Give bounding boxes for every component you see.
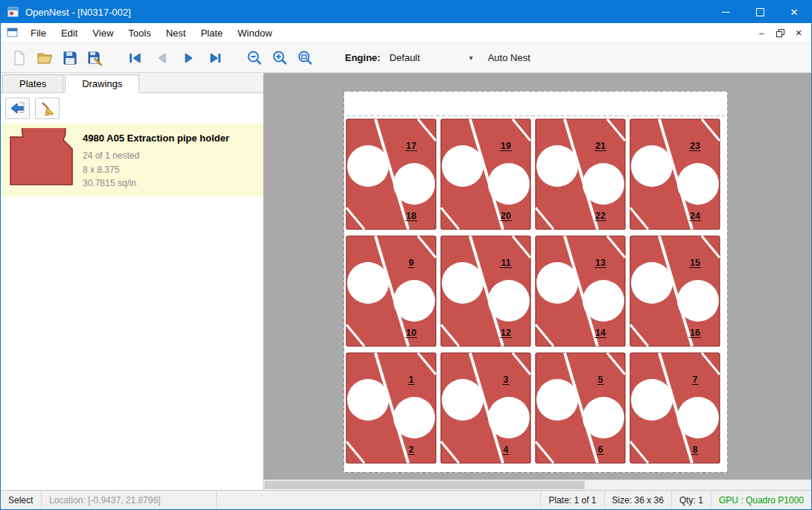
part-shape-icon [7, 128, 75, 189]
save-icon [61, 49, 79, 67]
status-size: Size: 36 x 36 [604, 491, 671, 509]
tab-plates[interactable]: Plates [2, 74, 63, 92]
mdi-restore-icon[interactable] [772, 26, 788, 39]
menu-item-plate[interactable]: Plate [193, 25, 230, 42]
drawing-list-item[interactable]: 4980 A05 Extraction pipe holder 24 of 1 … [1, 124, 263, 197]
status-gpu: GPU : Quadro P1000 [711, 491, 811, 509]
minimize-button[interactable] [708, 1, 743, 23]
part-number: 9 [409, 258, 414, 268]
part-number: 18 [406, 211, 416, 221]
menu-bar: FileEditViewToolsNestPlateWindow – ✕ [1, 23, 811, 42]
save-button[interactable] [57, 46, 83, 70]
nav-last-button[interactable] [202, 46, 229, 70]
part-pair-15-16[interactable]: 1516 [630, 236, 720, 346]
part-number: 21 [595, 141, 606, 151]
app-window: OpenNest - [N0317-002] ✕ FileEditViewToo… [0, 0, 812, 510]
part-pair-1-2[interactable]: 12 [346, 353, 436, 463]
return-part-button[interactable] [5, 98, 30, 119]
mdi-close-icon[interactable]: ✕ [790, 26, 807, 39]
part-pair-21-22[interactable]: 2122 [536, 119, 625, 229]
menu-item-window[interactable]: Window [230, 25, 279, 42]
part-pair-23-24[interactable]: 2324 [630, 119, 720, 229]
mdi-window-controls: – ✕ [753, 26, 811, 39]
menu-item-file[interactable]: File [23, 25, 54, 42]
sidebar-tabs: Plates Drawings [1, 73, 263, 93]
part-pair-19-20[interactable]: 1920 [441, 119, 530, 229]
nav-next-button[interactable] [175, 46, 202, 70]
part-pair-11-12[interactable]: 1112 [441, 236, 530, 346]
first-plate-icon [127, 50, 143, 66]
part-area: 30.7815 sq/in [83, 176, 229, 191]
chevron-down-icon: ▾ [469, 54, 473, 62]
part-number: 20 [501, 211, 511, 221]
zoom-fit-button[interactable] [293, 46, 318, 70]
part-thumbnail [7, 128, 75, 192]
mdi-minimize-icon[interactable]: – [753, 26, 770, 39]
part-number: 10 [406, 328, 416, 338]
part-number: 22 [595, 211, 606, 221]
part-pair-9-10[interactable]: 910 [346, 236, 436, 346]
status-mode: Select [1, 491, 42, 509]
title-bar: OpenNest - [N0317-002] ✕ [1, 1, 811, 23]
mdi-child-icon[interactable] [7, 28, 19, 38]
status-bar: Select Location: [-0.9437, 21.8796] Plat… [1, 490, 811, 509]
sidebar-toolbar [1, 93, 263, 124]
next-plate-icon [180, 50, 197, 66]
part-number: 1 [409, 374, 414, 385]
new-file-icon [10, 49, 28, 67]
status-location: Location: [-0.9437, 21.8796] [42, 491, 217, 509]
part-number: 14 [595, 328, 606, 338]
part-number: 8 [693, 444, 698, 455]
open-folder-icon [36, 49, 54, 67]
save-edit-icon [86, 49, 104, 67]
part-nested-count: 24 of 1 nested [83, 149, 229, 163]
part-pair-13-14[interactable]: 1314 [536, 236, 625, 346]
zoom-in-button[interactable] [267, 46, 293, 70]
nav-prev-button[interactable] [148, 46, 175, 70]
menu-items: FileEditViewToolsNestPlateWindow [23, 25, 279, 42]
part-number: 17 [406, 141, 416, 151]
auto-nest-button[interactable]: Auto Nest [488, 52, 530, 63]
zoom-fit-icon [296, 49, 314, 67]
part-number: 24 [690, 211, 700, 221]
plate-sheet[interactable]: 171819202122232491011121314151612345678 [343, 91, 728, 473]
tab-drawings[interactable]: Drawings [65, 74, 139, 92]
sidebar: Plates Drawings [1, 73, 264, 490]
previous-plate-icon [153, 50, 170, 66]
maximize-button[interactable] [743, 1, 777, 23]
scrollbar-thumb[interactable] [264, 481, 585, 489]
close-button[interactable]: ✕ [777, 1, 811, 23]
horizontal-scrollbar[interactable] [264, 479, 811, 490]
part-pair-7-8[interactable]: 78 [630, 353, 720, 463]
part-number: 6 [598, 444, 603, 455]
window-title: OpenNest - [N0317-002] [25, 7, 131, 18]
zoom-out-button[interactable] [242, 46, 267, 70]
new-button[interactable] [7, 46, 32, 70]
nest-canvas[interactable]: 171819202122232491011121314151612345678 [264, 73, 811, 490]
part-number: 19 [501, 141, 511, 151]
part-number: 16 [690, 328, 700, 338]
nav-first-button[interactable] [121, 46, 148, 70]
engine-select[interactable]: Default ▾ [385, 50, 478, 66]
part-number: 11 [501, 258, 510, 268]
clear-nest-button[interactable] [35, 98, 60, 119]
zoom-in-icon [271, 49, 289, 67]
open-button[interactable] [32, 46, 57, 70]
part-pair-3-4[interactable]: 34 [441, 353, 530, 463]
part-pair-17-18[interactable]: 1718 [346, 119, 436, 229]
engine-label: Engine: [345, 52, 381, 63]
menu-item-edit[interactable]: Edit [54, 25, 85, 42]
part-number: 3 [504, 374, 509, 385]
save-edit-button[interactable] [83, 46, 108, 70]
part-number: 4 [504, 444, 509, 455]
part-title: 4980 A05 Extraction pipe holder [83, 131, 229, 146]
zoom-out-icon [246, 49, 264, 67]
return-arrow-icon [10, 101, 26, 117]
menu-item-nest[interactable]: Nest [159, 25, 194, 42]
menu-item-view[interactable]: View [85, 25, 121, 42]
status-plate: Plate: 1 of 1 [540, 491, 603, 509]
menu-item-tools[interactable]: Tools [121, 25, 158, 42]
part-number: 13 [595, 258, 606, 268]
part-pair-5-6[interactable]: 56 [536, 353, 625, 463]
part-dimensions: 8 x 8.375 [83, 163, 229, 177]
